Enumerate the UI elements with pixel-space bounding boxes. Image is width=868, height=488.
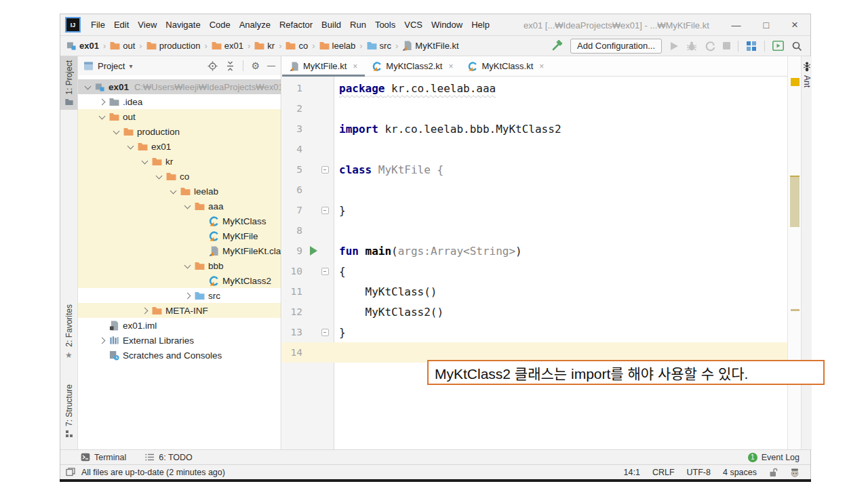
code-line[interactable]: 12 MyKtClass2() <box>282 302 787 322</box>
gear-icon[interactable]: ⚙ <box>251 60 260 71</box>
menu-navigate[interactable]: Navigate <box>165 20 200 30</box>
breadcrumb-folder[interactable]: ex01 <box>212 41 243 51</box>
tool-button-favorites[interactable]: 2: Favorites ★ <box>60 300 77 364</box>
tree-item-myktclass2[interactable]: MyKtClass2 <box>78 273 281 288</box>
close-button[interactable]: × <box>791 18 798 32</box>
tree-item-leelab[interactable]: leelab <box>78 184 281 199</box>
chevron-down-icon[interactable] <box>125 142 136 152</box>
chevron-right-icon[interactable] <box>97 336 107 346</box>
code-line[interactable]: 9fun main(args:Array<String>) <box>282 241 787 261</box>
debug-bug-icon[interactable] <box>686 41 697 52</box>
event-log-button[interactable]: 1 Event Log <box>748 453 800 462</box>
stop-icon[interactable] <box>723 42 730 49</box>
code-line[interactable]: 4 <box>282 139 787 159</box>
tool-button-ant[interactable]: Ant <box>802 75 812 87</box>
tool-button-project[interactable]: 1: Project <box>60 56 77 110</box>
tree-item-idea[interactable]: .idea <box>78 94 281 109</box>
breadcrumb-folder[interactable]: kr <box>254 41 275 51</box>
chevron-down-icon[interactable] <box>97 112 107 122</box>
chevron-right-icon[interactable] <box>182 291 193 301</box>
chevron-right-icon[interactable] <box>140 306 150 316</box>
chevron-down-icon[interactable] <box>168 186 178 197</box>
tree-item-ex01[interactable]: ex01 <box>78 139 281 154</box>
menu-run[interactable]: Run <box>350 20 366 30</box>
tool-windows-icon[interactable] <box>66 468 75 476</box>
menu-refactor[interactable]: Refactor <box>279 20 313 30</box>
stripe-marker[interactable] <box>791 309 800 311</box>
code-line[interactable]: 13} <box>282 322 787 342</box>
code-line[interactable]: 3import kr.co.leelab.bbb.MyKtClass2 <box>282 119 787 139</box>
code-line[interactable]: 8 <box>282 220 787 241</box>
minimize-button[interactable]: — <box>732 20 741 30</box>
build-hammer-icon[interactable] <box>551 40 563 52</box>
fold-marker-icon[interactable] <box>321 329 329 336</box>
tree-item-meta-inf[interactable]: META-INF <box>78 303 281 318</box>
breadcrumb-folder[interactable]: co <box>285 41 308 51</box>
maximize-button[interactable]: □ <box>764 20 769 30</box>
project-structure-icon[interactable] <box>746 41 757 52</box>
run-icon[interactable] <box>669 41 679 51</box>
tree-item-myktfile[interactable]: MyKtFile <box>78 228 281 243</box>
tree-item-bbb[interactable]: bbb <box>78 258 281 273</box>
scrollbar-thumb[interactable] <box>790 176 800 227</box>
tab-myktclass-kt[interactable]: MyKtClass.kt × <box>460 56 551 76</box>
code-line[interactable]: 7} <box>282 200 787 220</box>
tree-item-kr[interactable]: kr <box>78 154 281 169</box>
tree-item-src[interactable]: src <box>78 288 281 303</box>
code-line[interactable]: 5class MyKtFile { <box>282 159 787 180</box>
chevron-down-icon[interactable] <box>111 127 121 137</box>
chevron-down-icon[interactable] <box>140 157 150 167</box>
warning-stripe-marker[interactable] <box>791 78 800 86</box>
tree-item-external-libraries[interactable]: External Libraries <box>78 333 281 348</box>
code-line[interactable]: 6 <box>282 180 787 200</box>
indent-setting[interactable]: 4 spaces <box>723 468 757 477</box>
run-main-icon[interactable] <box>310 246 317 256</box>
run-anything-icon[interactable] <box>772 41 784 51</box>
code-line[interactable]: 2 <box>282 98 787 119</box>
tree-item-production[interactable]: production <box>78 124 281 139</box>
breadcrumb-project[interactable]: ex01 <box>66 41 99 51</box>
fold-marker-icon[interactable] <box>321 207 329 214</box>
menu-help[interactable]: Help <box>471 20 490 30</box>
close-icon[interactable]: × <box>539 62 544 71</box>
search-everywhere-icon[interactable] <box>791 41 802 52</box>
tree-item-scratches[interactable]: Scratches and Consoles <box>78 348 281 363</box>
hide-panel-icon[interactable]: — <box>267 61 275 70</box>
code-line[interactable]: 11 MyKtClass() <box>282 281 787 302</box>
breadcrumb-folder[interactable]: out <box>110 41 135 51</box>
coverage-icon[interactable] <box>705 41 715 52</box>
tab-myktfile-kt[interactable]: MyKtFile.kt × <box>282 56 365 76</box>
menu-analyze[interactable]: Analyze <box>239 20 271 30</box>
tree-item-co[interactable]: co <box>78 169 281 184</box>
menu-code[interactable]: Code <box>210 20 231 30</box>
breadcrumb-folder[interactable]: production <box>146 41 201 51</box>
lock-icon[interactable] <box>769 468 778 477</box>
code-editor[interactable]: 1package kr.co.leelab.aaa 2 3import kr.c… <box>282 77 787 449</box>
breadcrumb-folder-src[interactable]: src <box>367 41 391 51</box>
tree-item-myktfilekt-class[interactable]: MyKtFileKt.class <box>78 243 281 258</box>
tree-item-aaa[interactable]: aaa <box>78 199 281 214</box>
menu-file[interactable]: File <box>91 20 105 30</box>
tree-item-ex01-root[interactable]: ex01 C:₩Users₩leeji₩IdeaProjects₩ex01 <box>78 79 281 94</box>
menu-tools[interactable]: Tools <box>375 20 395 30</box>
chevron-down-icon[interactable] <box>182 201 193 211</box>
editor-scrollbar[interactable] <box>787 56 801 449</box>
file-encoding[interactable]: UTF-8 <box>687 468 711 477</box>
tool-button-todo[interactable]: 6: TODO <box>145 453 193 462</box>
tool-button-terminal[interactable]: Terminal <box>81 453 126 462</box>
close-icon[interactable]: × <box>448 62 453 71</box>
chevron-down-icon[interactable] <box>182 261 193 271</box>
chevron-right-icon[interactable] <box>97 97 107 107</box>
code-line[interactable]: 1package kr.co.leelab.aaa <box>282 78 787 98</box>
fold-marker-icon[interactable] <box>321 166 329 174</box>
locate-file-icon[interactable] <box>208 61 218 71</box>
chevron-down-icon[interactable]: ▾ <box>129 62 132 70</box>
inspection-profile-icon[interactable] <box>790 468 800 477</box>
menu-window[interactable]: Window <box>431 20 462 30</box>
tab-myktclass2-kt[interactable]: MyKtClass2.kt × <box>365 56 460 76</box>
breadcrumb-folder[interactable]: leelab <box>319 41 356 51</box>
chevron-down-icon[interactable] <box>154 171 164 182</box>
tree-item-out[interactable]: out <box>78 109 281 124</box>
fold-marker-icon[interactable] <box>321 268 329 275</box>
tree-item-ex01-iml[interactable]: ex01.iml <box>78 318 281 333</box>
